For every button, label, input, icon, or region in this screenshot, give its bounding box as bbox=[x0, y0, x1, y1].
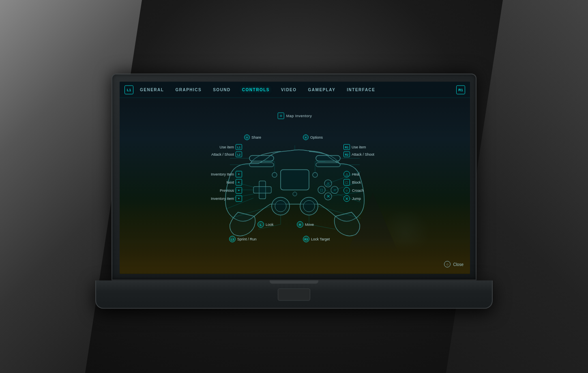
tab-video[interactable]: VIDEO bbox=[276, 86, 302, 94]
use-item-l1-label: Use item L1 bbox=[181, 144, 242, 150]
share-label: ● Share bbox=[244, 135, 261, 140]
previous-text: Previous bbox=[220, 189, 234, 193]
inventory-item-up-label: Inventory Item ✦ bbox=[181, 171, 242, 178]
nav-r1-btn[interactable]: R1 bbox=[456, 85, 465, 94]
lock-target-label: R3 Lock Target bbox=[303, 236, 330, 242]
tab-general[interactable]: GENERAL bbox=[135, 86, 169, 94]
close-label: Close bbox=[453, 262, 464, 266]
map-inventory-label: ⊞ Map Inventory bbox=[278, 113, 312, 119]
close-icon: ○ bbox=[444, 261, 451, 268]
svg-point-18 bbox=[275, 200, 286, 212]
laptop-hinge bbox=[270, 281, 318, 284]
options-label: ● Options bbox=[303, 135, 323, 140]
svg-text:△: △ bbox=[326, 181, 330, 186]
inventory-item-down-label: Inventory Item ✦ bbox=[181, 195, 242, 202]
sprint-label: L3 Sprint / Run bbox=[229, 236, 257, 242]
jump-text: Jump bbox=[352, 197, 361, 201]
triangle-badge: △ bbox=[343, 171, 350, 178]
svg-point-21 bbox=[293, 192, 297, 196]
svg-text:✕: ✕ bbox=[326, 194, 330, 199]
look-text: Look bbox=[266, 223, 274, 227]
laptop: L1 GENERAL GRAPHICS SOUND CONTROLS VIDEO… bbox=[112, 74, 476, 309]
inventory-item-down-text: Inventory Item bbox=[211, 197, 234, 201]
controls-diagram: △ ○ ✕ □ bbox=[120, 98, 470, 274]
svg-rect-8 bbox=[253, 186, 271, 193]
screen-bezel: L1 GENERAL GRAPHICS SOUND CONTROLS VIDEO… bbox=[112, 74, 476, 281]
tab-sound[interactable]: SOUND bbox=[208, 86, 236, 94]
next-text: Next bbox=[226, 180, 234, 184]
svg-rect-3 bbox=[316, 163, 340, 167]
use-item-l1-text: Use item bbox=[219, 145, 234, 149]
look-label: L Look bbox=[258, 221, 274, 228]
attack-l2-text: Attack / Shoot bbox=[211, 152, 234, 156]
heal-label: △ Heal bbox=[343, 171, 408, 178]
lock-target-text: Lock Target bbox=[311, 237, 330, 241]
dpad-left-badge: ✦ bbox=[236, 187, 242, 194]
svg-text:○: ○ bbox=[333, 188, 336, 192]
circle-badge: ○ bbox=[343, 187, 350, 194]
attack-r2-text: Attack / Shoot bbox=[352, 152, 374, 156]
sprint-text: Sprint / Run bbox=[237, 237, 257, 241]
map-inventory-icon: ⊞ bbox=[278, 113, 284, 119]
tab-gameplay[interactable]: GAMEPLAY bbox=[303, 86, 341, 94]
block-text: Block bbox=[352, 180, 361, 184]
options-icon: ● bbox=[303, 135, 309, 140]
dpad-down-badge: ✦ bbox=[236, 195, 242, 202]
l1-badge: L1 bbox=[236, 144, 242, 150]
jump-label: ✕ Jump bbox=[343, 195, 408, 202]
square-badge: □ bbox=[343, 179, 350, 186]
svg-rect-0 bbox=[249, 155, 274, 161]
svg-point-5 bbox=[272, 172, 277, 177]
l3-badge: L3 bbox=[229, 236, 236, 242]
move-text: Move bbox=[305, 223, 314, 227]
share-text: Share bbox=[251, 135, 261, 139]
svg-rect-2 bbox=[316, 155, 340, 161]
tab-controls[interactable]: CONTROLS bbox=[237, 86, 275, 94]
dpad-up-badge: ✦ bbox=[236, 171, 242, 178]
game-screen: L1 GENERAL GRAPHICS SOUND CONTROLS VIDEO… bbox=[120, 82, 470, 274]
previous-label: Previous ✦ bbox=[181, 187, 242, 194]
map-inventory-text: Map Inventory bbox=[286, 114, 312, 118]
l-stick-badge: L bbox=[258, 221, 264, 228]
laptop-base bbox=[95, 281, 493, 309]
r-stick-badge: R bbox=[297, 221, 303, 228]
svg-point-6 bbox=[313, 172, 318, 177]
attack-r2-label: R2 Attack / Shoot bbox=[343, 152, 408, 157]
svg-rect-1 bbox=[249, 163, 274, 167]
r2-badge: R2 bbox=[343, 152, 350, 157]
use-item-r1-label: R1 Use item bbox=[343, 144, 408, 150]
attack-l2-label: Attack / Shoot L2 bbox=[181, 152, 242, 157]
use-item-r1-text: Use item bbox=[352, 145, 366, 149]
nav-l1-btn[interactable]: L1 bbox=[124, 85, 133, 94]
croach-text: Croach bbox=[352, 189, 364, 193]
close-button[interactable]: ○ Close bbox=[444, 261, 464, 268]
croach-label: ○ Croach bbox=[343, 187, 408, 194]
laptop-trackpad bbox=[278, 289, 310, 301]
block-label: □ Block bbox=[343, 179, 408, 186]
dpad-right-badge: ✦ bbox=[236, 179, 242, 186]
nav-bar: L1 GENERAL GRAPHICS SOUND CONTROLS VIDEO… bbox=[120, 82, 470, 98]
options-text: Options bbox=[310, 135, 323, 139]
share-icon: ● bbox=[244, 135, 250, 140]
r1-badge: R1 bbox=[343, 144, 350, 150]
heal-text: Heal bbox=[352, 172, 360, 176]
svg-rect-4 bbox=[281, 169, 309, 190]
cross-badge: ✕ bbox=[343, 195, 350, 202]
l2-badge: L2 bbox=[236, 152, 242, 157]
svg-text:□: □ bbox=[320, 188, 323, 192]
svg-point-20 bbox=[303, 200, 315, 212]
tab-interface[interactable]: INTERFACE bbox=[342, 86, 380, 94]
r3-badge: R3 bbox=[303, 236, 309, 242]
move-label: R Move bbox=[297, 221, 314, 228]
tab-graphics[interactable]: GRAPHICS bbox=[170, 86, 206, 94]
inventory-item-up-text: Inventory Item bbox=[211, 172, 234, 176]
next-label: Next ✦ bbox=[181, 179, 242, 186]
